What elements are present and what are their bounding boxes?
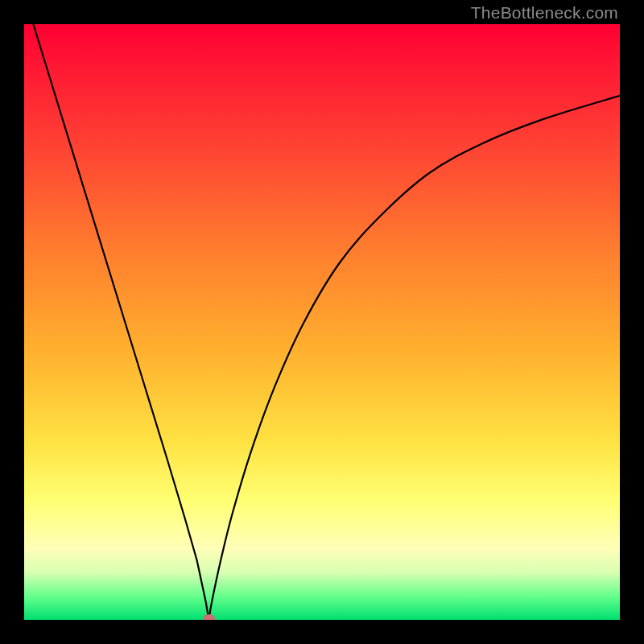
plot-area <box>24 24 620 620</box>
chart-frame: TheBottleneck.com <box>0 0 644 644</box>
minimum-marker <box>203 614 215 620</box>
bottleneck-curve <box>24 24 620 620</box>
watermark-text: TheBottleneck.com <box>471 3 618 23</box>
